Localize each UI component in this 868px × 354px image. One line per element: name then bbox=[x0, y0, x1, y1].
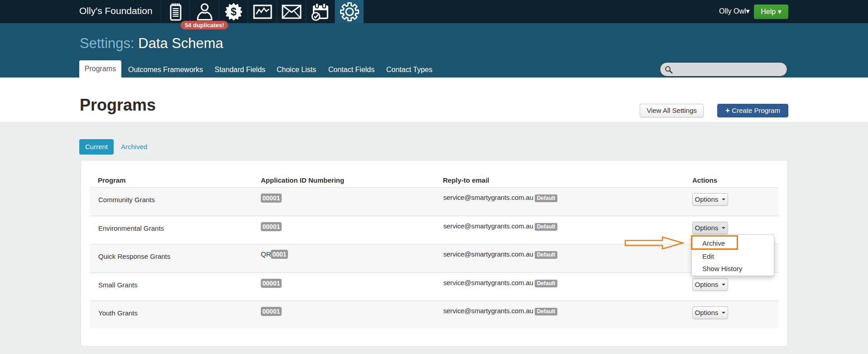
svg-text:$: $ bbox=[230, 6, 236, 18]
